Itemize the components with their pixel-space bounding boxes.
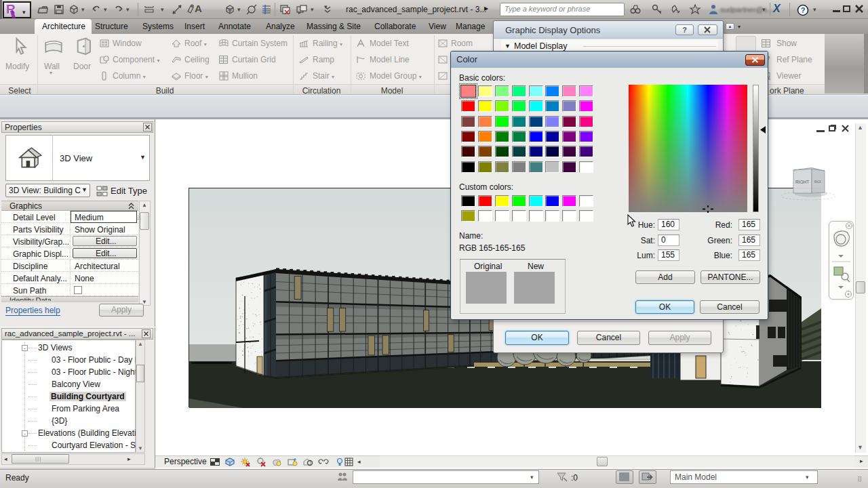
svg-text:RIGHT: RIGHT xyxy=(795,180,809,184)
svg-text:?: ? xyxy=(801,6,806,14)
svg-text:BACK: BACK xyxy=(814,179,822,184)
